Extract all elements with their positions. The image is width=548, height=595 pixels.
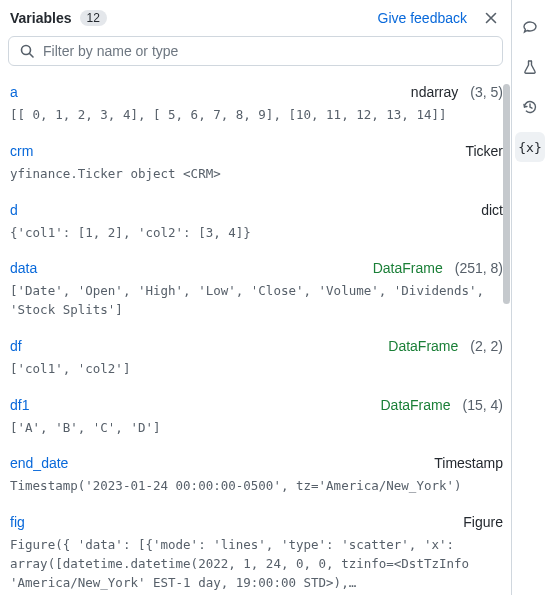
variable-shape: (251, 8) <box>455 260 503 276</box>
variable-count-badge: 12 <box>80 10 107 26</box>
variable-header-row: end_dateTimestamp <box>10 455 503 471</box>
variable-type: Figure <box>463 514 503 530</box>
filter-box[interactable] <box>8 36 503 66</box>
variable-type: Timestamp <box>434 455 503 471</box>
variable-name-link[interactable]: df1 <box>10 397 29 413</box>
rail-experiments-button[interactable] <box>515 52 545 82</box>
variable-header-row: crmTicker <box>10 143 503 159</box>
variable-name-link[interactable]: end_date <box>10 455 68 471</box>
variable-shape: (3, 5) <box>470 84 503 100</box>
variable-item: dfDataFrame(2, 2)['col1', 'col2'] <box>10 330 503 389</box>
variable-shape: (2, 2) <box>470 338 503 354</box>
variables-panel: Variables 12 Give feedback andarray(3, 5… <box>0 0 512 595</box>
filter-input[interactable] <box>43 43 492 59</box>
give-feedback-link[interactable]: Give feedback <box>378 10 468 26</box>
close-icon <box>483 10 499 26</box>
variable-type: DataFrame <box>373 260 443 276</box>
variable-header-row: df1DataFrame(15, 4) <box>10 397 503 413</box>
variable-item: df1DataFrame(15, 4)['A', 'B', 'C', 'D'] <box>10 389 503 448</box>
rail-variables-button[interactable]: {x} <box>515 132 545 162</box>
variable-header-row: dataDataFrame(251, 8) <box>10 260 503 276</box>
scrollbar-thumb[interactable] <box>503 84 510 304</box>
variable-item: crmTickeryfinance.Ticker object <CRM> <box>10 135 503 194</box>
variable-header-row: ddict <box>10 202 503 218</box>
chat-icon <box>522 19 538 35</box>
variable-item: ddict{'col1': [1, 2], 'col2': [3, 4]} <box>10 194 503 253</box>
variable-header-row: figFigure <box>10 514 503 530</box>
variables-list[interactable]: andarray(3, 5)[[ 0, 1, 2, 3, 4], [ 5, 6,… <box>0 74 511 595</box>
variable-item: figFigureFigure({ 'data': [{'mode': 'lin… <box>10 506 503 595</box>
variable-value: Figure({ 'data': [{'mode': 'lines', 'typ… <box>10 536 503 592</box>
variable-value: yfinance.Ticker object <CRM> <box>10 165 503 184</box>
variable-type: DataFrame <box>381 397 451 413</box>
variable-type: ndarray <box>411 84 458 100</box>
variable-value: ['A', 'B', 'C', 'D'] <box>10 419 503 438</box>
variable-type: Ticker <box>465 143 503 159</box>
rail-history-button[interactable] <box>515 92 545 122</box>
close-panel-button[interactable] <box>481 8 501 28</box>
variable-value: ['Date', 'Open', 'High', 'Low', 'Close',… <box>10 282 503 320</box>
search-icon <box>19 43 35 59</box>
variable-header-row: andarray(3, 5) <box>10 84 503 100</box>
variable-item: end_dateTimestampTimestamp('2023-01-24 0… <box>10 447 503 506</box>
variable-value: {'col1': [1, 2], 'col2': [3, 4]} <box>10 224 503 243</box>
variable-value: ['col1', 'col2'] <box>10 360 503 379</box>
variable-name-link[interactable]: a <box>10 84 18 100</box>
variable-type: dict <box>481 202 503 218</box>
variable-item: dataDataFrame(251, 8)['Date', 'Open', 'H… <box>10 252 503 330</box>
panel-header: Variables 12 Give feedback <box>0 0 511 36</box>
history-icon <box>522 99 538 115</box>
variable-shape: (15, 4) <box>463 397 503 413</box>
panel-title: Variables <box>10 10 72 26</box>
variable-name-link[interactable]: data <box>10 260 37 276</box>
filter-container <box>0 36 511 74</box>
variables-icon: {x} <box>518 140 541 155</box>
right-rail: {x} <box>512 0 548 595</box>
variable-name-link[interactable]: df <box>10 338 22 354</box>
variable-type: DataFrame <box>388 338 458 354</box>
variable-name-link[interactable]: d <box>10 202 18 218</box>
variable-name-link[interactable]: crm <box>10 143 33 159</box>
rail-chat-button[interactable] <box>515 12 545 42</box>
variable-value: Timestamp('2023-01-24 00:00:00-0500', tz… <box>10 477 503 496</box>
beaker-icon <box>522 59 538 75</box>
variable-value: [[ 0, 1, 2, 3, 4], [ 5, 6, 7, 8, 9], [10… <box>10 106 503 125</box>
variable-name-link[interactable]: fig <box>10 514 25 530</box>
variable-item: andarray(3, 5)[[ 0, 1, 2, 3, 4], [ 5, 6,… <box>10 76 503 135</box>
variable-header-row: dfDataFrame(2, 2) <box>10 338 503 354</box>
